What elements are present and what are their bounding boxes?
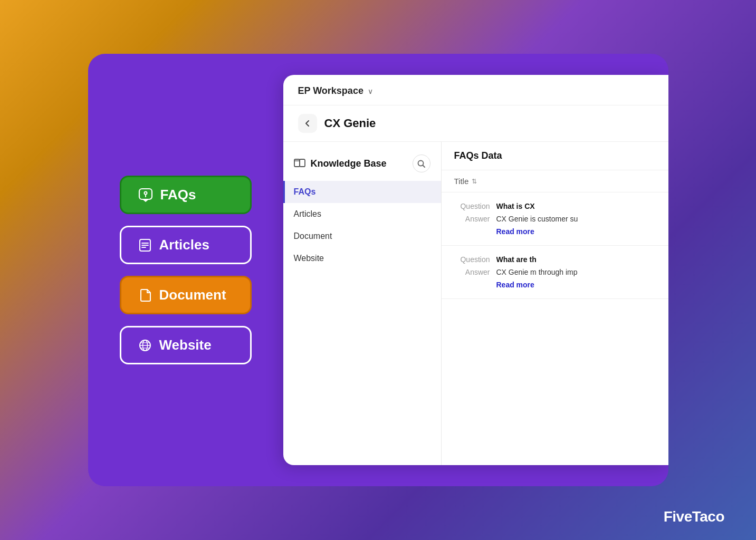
data-panel-title: FAQs Data [454,150,502,161]
panel-content: Knowledge Base FAQs Articles Document We… [283,142,668,465]
sort-icon[interactable]: ⇅ [472,178,477,185]
data-panel-header: FAQs Data [442,142,668,170]
data-panel: FAQs Data Title ⇅ Question What is CX An… [442,142,668,465]
answer-value-2: CX Genie m through imp [496,268,578,276]
question-value-1: What is CX [496,202,656,210]
back-nav-row: CX Genie [283,105,668,142]
website-icon [138,339,152,352]
answer-label-1: Answer [454,215,490,223]
sidebar-title: Knowledge Base [311,158,387,169]
sidebar-item-articles[interactable]: Articles [283,203,441,225]
question-value-2: What are th [496,255,656,264]
faq-question-row-2: Question What are th [454,255,656,264]
workspace-chevron-icon[interactable]: ∨ [368,87,373,95]
sidebar-item-website[interactable]: Website [283,247,441,269]
answer-label-2: Answer [454,268,490,276]
question-label-1: Question [454,202,490,210]
document-button[interactable]: Document [120,276,252,314]
panel-header: EP Workspace ∨ [283,75,668,105]
svg-rect-13 [300,159,305,167]
faqs-icon [138,188,153,202]
faqs-label: FAQs [160,187,196,203]
workspace-label: EP Workspace [298,85,363,97]
website-button[interactable]: Website [120,326,252,364]
website-label: Website [159,337,212,353]
articles-icon [138,238,152,252]
panel-sidebar: Knowledge Base FAQs Articles Document We… [283,142,442,465]
svg-line-16 [423,165,425,167]
question-label-2: Question [454,255,490,264]
table-header-row: Title ⇅ [442,170,668,192]
sidebar-item-document[interactable]: Document [283,225,441,247]
faq-answer-row-1: Answer CX Genie is customer su [454,215,656,223]
right-panel: EP Workspace ∨ CX Genie [283,75,668,465]
sidebar-item-faqs[interactable]: FAQs [283,181,441,203]
left-nav-buttons: FAQs Articles Document [120,176,252,364]
main-card: FAQs Articles Document [88,54,668,486]
articles-label: Articles [159,237,209,253]
sidebar-header: Knowledge Base [283,150,441,181]
read-more-link-2[interactable]: Read more [496,281,656,289]
faq-entry-2: Question What are th Answer CX Genie m t… [442,246,668,299]
svg-rect-12 [294,159,300,167]
page-title: CX Genie [324,117,376,130]
answer-value-1: CX Genie is customer su [496,215,578,223]
faq-entry-1: Question What is CX Answer CX Genie is c… [442,192,668,246]
faq-question-row-1: Question What is CX [454,202,656,210]
faq-answer-row-2: Answer CX Genie m through imp [454,268,656,276]
title-column-header: Title [454,177,469,186]
svg-point-1 [144,191,147,194]
search-button[interactable] [413,155,430,172]
back-button[interactable] [298,114,317,133]
articles-button[interactable]: Articles [120,226,252,264]
faqs-button[interactable]: FAQs [120,176,252,214]
knowledge-base-icon [294,158,305,170]
sidebar-title-group: Knowledge Base [294,158,387,170]
document-icon [138,288,152,302]
brand-name: FiveTaco [664,508,724,525]
read-more-link-1[interactable]: Read more [496,227,656,236]
document-label: Document [159,287,226,303]
